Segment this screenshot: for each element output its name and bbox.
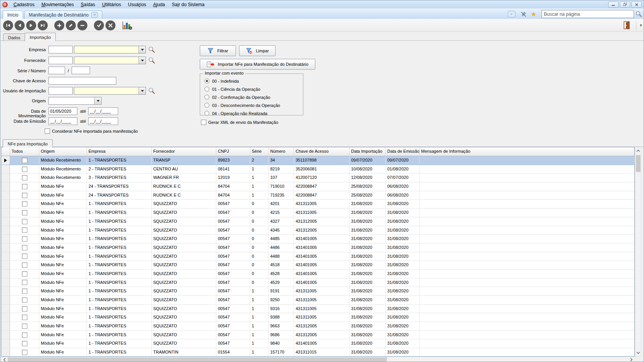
row-checkbox[interactable] <box>22 167 27 172</box>
row-checkbox[interactable] <box>22 306 27 312</box>
row-checkbox[interactable] <box>22 350 27 355</box>
data-movimentacao-ate-input[interactable] <box>88 107 118 115</box>
row-checkbox[interactable] <box>22 315 27 320</box>
tab-close-icon[interactable]: ✕ <box>91 12 98 18</box>
menu-item-saidas[interactable]: Saídas <box>77 1 99 8</box>
column-header-empresa[interactable]: Empresa <box>87 147 152 156</box>
table-row[interactable]: Módulo NFe1 - TRANSPORTESSQUIZZATO005470… <box>2 235 634 244</box>
numero-input[interactable] <box>72 67 90 74</box>
scroll-right-icon[interactable] <box>629 357 634 362</box>
table-row[interactable]: Módulo NFe1 - TRANSPORTESSQUIZZATO005470… <box>2 252 634 261</box>
horizontal-scrollbar[interactable] <box>1 357 635 362</box>
doc-tab-inicio[interactable]: Início <box>3 10 23 19</box>
row-checkbox[interactable] <box>22 245 27 250</box>
data-emissao-ate-input[interactable] <box>88 117 118 125</box>
menu-item-cadastros[interactable]: Cadastros <box>10 1 38 8</box>
search-magnifier-icon[interactable] <box>636 11 642 17</box>
chave-acesso-input[interactable] <box>49 77 116 85</box>
confirm-button[interactable] <box>94 20 104 30</box>
row-checkbox[interactable] <box>22 332 27 338</box>
usuario-combo[interactable] <box>74 87 146 95</box>
empresa-combo-dropdown-icon[interactable] <box>139 46 146 53</box>
data-emissao-de-input[interactable] <box>49 117 77 125</box>
column-header-todos[interactable]: Todos <box>10 147 39 156</box>
table-row[interactable]: Módulo NFe1 - TRANSPORTESSQUIZZATO005471… <box>2 296 634 305</box>
table-row[interactable]: Módulo NFe1 - TRANSPORTESSQUIZZATO005470… <box>2 209 634 217</box>
table-row[interactable]: Módulo NFe1 - TRANSPORTESTRAMONTIN015541… <box>2 348 634 357</box>
radio-evento-02[interactable]: 02 - Confirmação da Operação <box>200 93 303 101</box>
table-row[interactable]: Módulo NFe1 - TRANSPORTESSQUIZZATO005471… <box>2 339 634 348</box>
column-header-indicator[interactable] <box>2 147 10 156</box>
row-checkbox[interactable] <box>22 227 27 233</box>
row-checkbox[interactable] <box>22 158 27 163</box>
close-button[interactable] <box>631 2 642 8</box>
column-header-fornecedor[interactable]: Fornecedor <box>152 147 216 156</box>
fornecedor-combo[interactable] <box>74 57 146 64</box>
favorite-star-icon[interactable]: ★ <box>531 11 536 17</box>
exit-door-icon[interactable] <box>624 21 631 29</box>
row-checkbox[interactable] <box>22 341 27 346</box>
table-row[interactable]: Módulo NFe24 - TRANSPORTESRUDNICK E C847… <box>2 191 634 200</box>
doc-tab-manifestacao-de-destinatario[interactable]: Manifestação de Destinatário✕ <box>24 10 102 19</box>
row-checkbox[interactable] <box>22 262 27 268</box>
table-row[interactable]: Módulo NFe1 - TRANSPORTESSQUIZZATO005471… <box>2 331 634 340</box>
row-checkbox[interactable] <box>22 297 27 303</box>
usuario-combo-dropdown-icon[interactable] <box>139 87 146 94</box>
radio-evento-03[interactable]: 03 - Desconhecimento da Operação <box>200 101 303 109</box>
overflow-chevron-icon[interactable]: ▼ <box>638 19 644 32</box>
table-row[interactable]: Módulo NFe1 - TRANSPORTESSQUIZZATO005470… <box>2 261 634 270</box>
table-row[interactable]: Módulo NFe1 - TRANSPORTESSQUIZZATO005470… <box>2 217 634 226</box>
row-checkbox[interactable] <box>22 289 27 294</box>
origem-combo-dropdown-icon[interactable] <box>94 97 101 104</box>
cancel-button[interactable] <box>105 20 115 30</box>
restore-button[interactable] <box>620 2 630 8</box>
chart-config-button[interactable] <box>122 20 133 30</box>
column-header-data-de-emissao[interactable]: Data de Emissão <box>386 147 420 156</box>
scroll-up-icon[interactable] <box>636 148 641 153</box>
column-header-mensagem-de-informacao[interactable]: Mensagem de Informação <box>420 147 634 156</box>
column-header-serie[interactable]: Série <box>250 147 269 156</box>
table-row[interactable]: Módulo NFe1 - TRANSPORTESSQUIZZATO005471… <box>2 313 634 322</box>
menu-item-ajuda[interactable]: Ajuda <box>150 1 169 8</box>
empresa-combo[interactable] <box>74 46 146 53</box>
nav-next-button[interactable] <box>26 20 36 30</box>
row-checkbox[interactable] <box>22 201 27 207</box>
search-input[interactable] <box>542 10 634 18</box>
column-header-data-importacao[interactable]: Data Importação <box>350 147 386 156</box>
row-checkbox[interactable] <box>22 254 27 259</box>
fornecedor-code-input[interactable] <box>49 57 73 64</box>
usuario-lookup-button[interactable] <box>148 87 155 94</box>
column-header-cnpj[interactable]: CNPJ <box>216 147 250 156</box>
scroll-down-icon[interactable] <box>636 350 641 355</box>
row-checkbox[interactable] <box>22 271 27 277</box>
column-header-numero[interactable]: Número <box>269 147 294 156</box>
edit-button[interactable] <box>66 20 76 30</box>
heart-badge-button[interactable]: ♥ <box>508 11 515 17</box>
row-checkbox[interactable] <box>22 219 27 224</box>
scroll-left-icon[interactable] <box>2 357 7 362</box>
empresa-lookup-button[interactable] <box>148 46 155 53</box>
table-row[interactable]: Módulo NFe1 - TRANSPORTESSQUIZZATO005471… <box>2 322 634 331</box>
radio-evento-00[interactable]: 00 - Indefinida <box>200 77 303 85</box>
row-checkbox[interactable] <box>22 210 27 215</box>
tab-nfe-para-importacao[interactable]: NFe para Importação <box>3 139 53 148</box>
add-button[interactable] <box>54 20 64 30</box>
menu-item-utilitarios[interactable]: Utilitários <box>99 1 124 8</box>
gerar-xml-checkbox[interactable] <box>201 120 206 125</box>
filtrar-button[interactable]: Filtrar <box>200 45 236 56</box>
minimize-button[interactable] <box>608 2 619 8</box>
fornecedor-combo-dropdown-icon[interactable] <box>139 57 146 64</box>
row-checkbox[interactable] <box>22 175 27 180</box>
vertical-scroll-thumb[interactable] <box>636 155 641 172</box>
table-row[interactable]: Módulo Recebimento1 - TRANSPORTESTRANSP8… <box>2 156 634 165</box>
tab-importacao[interactable]: Importação <box>25 33 56 41</box>
row-checkbox[interactable] <box>22 280 27 285</box>
pin-disabled-icon[interactable] <box>520 11 527 17</box>
column-header-chave-de-acesso[interactable]: Chave de Acesso <box>294 147 350 156</box>
radio-evento-04[interactable]: 04 - Operação não Realizada <box>200 109 303 117</box>
row-checkbox[interactable] <box>22 236 27 242</box>
data-movimentacao-de-input[interactable] <box>49 107 77 115</box>
table-row[interactable]: Módulo NFe1 - TRANSPORTESSQUIZZATO005471… <box>2 305 634 314</box>
row-checkbox[interactable] <box>22 324 27 329</box>
table-row[interactable]: Módulo NFe1 - TRANSPORTESSQUIZZATO005470… <box>2 200 634 209</box>
